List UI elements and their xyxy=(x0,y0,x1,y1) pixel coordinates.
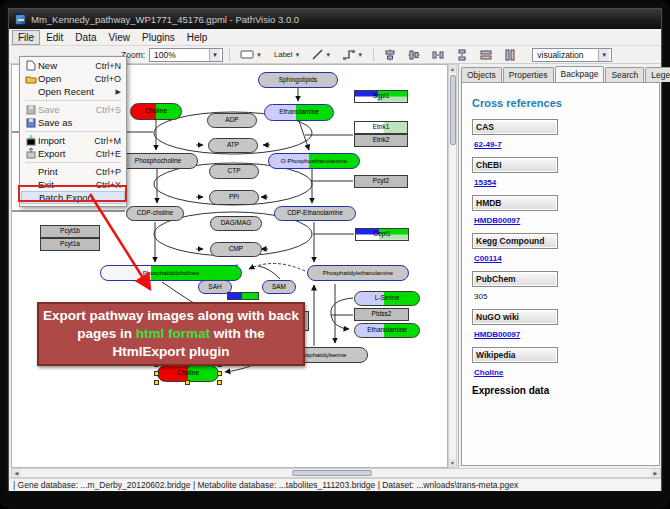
pathway-node-adp[interactable]: ADP xyxy=(207,113,257,128)
chevron-down-icon[interactable]: ▼ xyxy=(294,52,300,58)
pathway-node-l-serine[interactable]: L-Serine xyxy=(354,291,420,306)
tab-objects[interactable]: Objects xyxy=(461,67,502,82)
pathway-node-sam[interactable]: SAM xyxy=(262,280,296,294)
match-width-button[interactable] xyxy=(476,48,496,62)
menu-separator xyxy=(25,100,121,101)
xref-link[interactable]: 15354 xyxy=(474,178,659,187)
pathway-node-pcyt2[interactable]: Pcyt2 xyxy=(354,175,408,188)
node-label: Sphingolipids xyxy=(279,77,318,84)
pathway-node-ppi[interactable]: PPi xyxy=(209,190,259,205)
vertical-scroll-thumb[interactable] xyxy=(450,75,456,145)
selection-handle-sw[interactable] xyxy=(154,380,159,385)
xref-section-wikipedia: WikipediaCholine xyxy=(472,347,659,377)
xref-section-pubchem: PubChem305 xyxy=(472,271,659,301)
menu-help[interactable]: Help xyxy=(181,30,214,45)
connector-tool-button[interactable]: ▼ xyxy=(339,48,367,62)
submenu-arrow-icon: ▶ xyxy=(116,88,121,96)
align-center-x-button[interactable] xyxy=(380,48,400,62)
pathway-node-ctp[interactable]: CTP xyxy=(209,164,259,179)
selection-handle-s[interactable] xyxy=(185,380,190,385)
chevron-down-icon[interactable]: ▼ xyxy=(209,49,220,61)
status-text: | Gene database: ...m_Derby_20120602.bri… xyxy=(13,480,518,490)
pathway-node-etnk2[interactable]: Etnk2 xyxy=(354,134,408,147)
expression-data-heading: Expression data xyxy=(472,385,659,396)
distribute-v-button[interactable] xyxy=(452,48,472,62)
pathway-node-phosphatidylcholines[interactable]: Phosphatidylcholines xyxy=(100,265,242,281)
xref-link[interactable]: 62-49-7 xyxy=(474,140,659,149)
xref-link[interactable]: HMDB00097 xyxy=(474,330,659,339)
pathway-node-cdp-choline[interactable]: CDP-choline xyxy=(126,206,184,221)
node-label: SAM xyxy=(272,284,286,291)
pathway-node-dag-mag[interactable]: DAG/MAG xyxy=(210,216,262,231)
pathway-node-etnk1[interactable]: Etnk1 xyxy=(354,121,408,134)
selection-handle-e[interactable] xyxy=(217,371,222,376)
zoom-combobox[interactable]: 100% ▼ xyxy=(149,48,223,62)
menu-file[interactable]: File xyxy=(12,30,40,45)
pathway-node-ptdss2[interactable]: Ptdss2 xyxy=(354,308,409,321)
match-height-button[interactable] xyxy=(500,48,520,62)
menu-data[interactable]: Data xyxy=(69,30,102,45)
scroll-left-icon[interactable]: ◀ xyxy=(12,469,21,477)
pathway-node-sgpl1[interactable]: Sgpl1 xyxy=(354,90,408,103)
menu-item-save[interactable]: SaveCtrl+S xyxy=(21,103,125,116)
menu-item-open-recent[interactable]: Open Recent▶ xyxy=(21,85,125,98)
line-tool-button[interactable]: ▼ xyxy=(308,48,335,62)
menu-plugins[interactable]: Plugins xyxy=(136,30,181,45)
tab-backpage[interactable]: Backpage xyxy=(555,66,605,82)
title-bar[interactable]: Mm_Kennedy_pathway_WP1771_45176.gpml - P… xyxy=(9,9,661,29)
menu-item-import[interactable]: ImportCtrl+M xyxy=(21,134,125,147)
scroll-down-icon[interactable]: ▼ xyxy=(449,459,456,467)
tab-legend[interactable]: Legend xyxy=(645,67,670,82)
horizontal-scroll-thumb[interactable] xyxy=(292,470,372,476)
xref-link[interactable]: HMDB00097 xyxy=(474,216,659,225)
pathway-node-atp[interactable]: ATP xyxy=(208,138,258,153)
node-label: ADP xyxy=(225,117,238,124)
tab-search[interactable]: Search xyxy=(605,67,644,82)
menu-item-print[interactable]: PrintCtrl+P xyxy=(21,165,125,178)
selection-handle-w[interactable] xyxy=(154,371,159,376)
tab-properties[interactable]: Properties xyxy=(503,67,554,82)
xref-link[interactable]: Choline xyxy=(474,368,659,377)
canvas-vertical-scrollbar[interactable]: ▲ ▼ xyxy=(448,64,457,468)
node-label: SAH xyxy=(208,284,221,291)
pathway-node-choline-selected[interactable]: Choline xyxy=(157,365,219,382)
pathway-node-o-phosphoethanolamine[interactable]: O-Phosphoethanolamine xyxy=(268,153,360,169)
canvas-horizontal-scrollbar[interactable]: ◀ ▶ xyxy=(11,468,661,478)
chevron-down-icon[interactable]: ▼ xyxy=(598,49,609,61)
menu-item-shortcut: Ctrl+S xyxy=(96,105,121,115)
scroll-right-icon[interactable]: ▶ xyxy=(651,469,660,477)
pathway-node-pemt-partial[interactable] xyxy=(227,292,259,300)
pathway-node-cept1[interactable]: Cept1 xyxy=(355,228,409,241)
pathway-node-choline-top[interactable]: Choline xyxy=(130,103,182,120)
scroll-up-icon[interactable]: ▲ xyxy=(449,65,456,73)
menu-edit[interactable]: Edit xyxy=(40,30,69,45)
pathway-node-phosphatidylethanolamine[interactable]: Phosphatidylethanolamine xyxy=(307,265,409,281)
pathway-node-phosphocholine[interactable]: Phosphocholine xyxy=(118,153,198,169)
menu-item-new[interactable]: NewCtrl+N xyxy=(21,59,125,72)
gene-datanode-button[interactable]: ▼ xyxy=(236,48,266,62)
visualization-combobox[interactable]: visualization ▼ xyxy=(532,48,612,62)
pathway-node-ethanolamine-bottom[interactable]: Ethanolamine xyxy=(354,323,420,338)
backpage-panel[interactable]: Cross references CAS62-49-7ChEBI15354HMD… xyxy=(461,82,660,466)
chevron-down-icon[interactable]: ▼ xyxy=(325,52,331,58)
align-center-y-button[interactable] xyxy=(404,48,424,62)
menu-item-open[interactable]: OpenCtrl+O xyxy=(21,72,125,85)
pathway-node-ethanolamine-top[interactable]: Ethanolamine xyxy=(264,104,334,121)
menu-item-export[interactable]: ExportCtrl+E xyxy=(21,147,125,160)
label-tool-button[interactable]: Label ▼ xyxy=(270,48,304,62)
pathway-node-sphingolipids[interactable]: Sphingolipids xyxy=(258,72,338,88)
pathway-node-pcyt1b[interactable]: Pcyt1b xyxy=(40,225,100,238)
distribute-h-button[interactable] xyxy=(428,48,448,62)
node-label: Pcyt1a xyxy=(60,241,80,248)
pathway-node-cdp-ethanolamine[interactable]: CDP-Ethanolamine xyxy=(274,206,356,221)
pathway-node-cmp[interactable]: CMP xyxy=(210,242,262,257)
pathway-node-pcyt1a[interactable]: Pcyt1a xyxy=(40,238,100,251)
pathvisio-window: Mm_Kennedy_pathway_WP1771_45176.gpml - P… xyxy=(8,8,662,491)
xref-link[interactable]: C00114 xyxy=(474,254,659,263)
menu-item-shortcut: Ctrl+N xyxy=(95,61,121,71)
menu-item-save-as[interactable]: Save as xyxy=(21,116,125,129)
chevron-down-icon[interactable]: ▼ xyxy=(357,52,363,58)
selection-handle-se[interactable] xyxy=(217,380,222,385)
chevron-down-icon[interactable]: ▼ xyxy=(256,52,262,58)
menu-view[interactable]: View xyxy=(102,30,136,45)
